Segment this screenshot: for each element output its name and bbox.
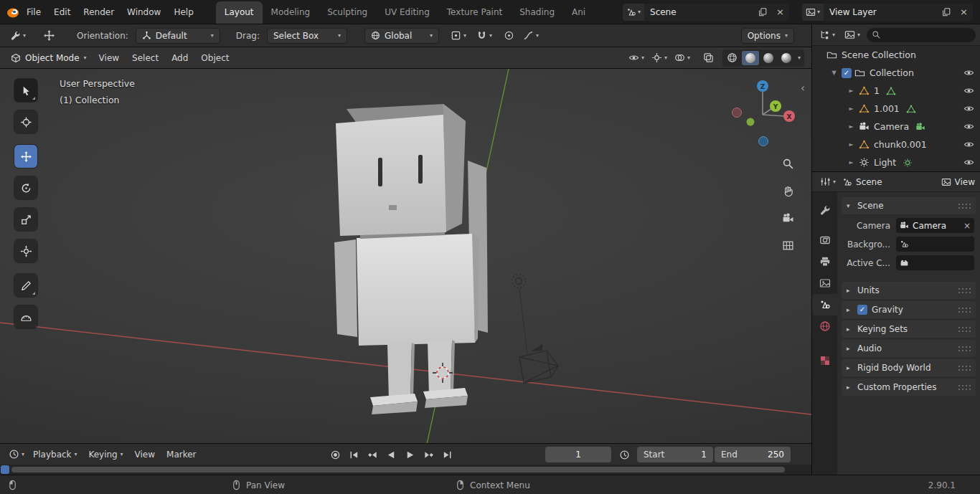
menu-window[interactable]: Window xyxy=(121,4,167,21)
gizmos-button[interactable]: ▾ xyxy=(649,51,670,65)
tool-move[interactable] xyxy=(14,145,37,168)
panel-drag-handle[interactable] xyxy=(958,327,971,332)
tab-sculpting[interactable]: Sculpting xyxy=(319,1,376,24)
expand-caret-icon[interactable]: ► xyxy=(847,105,856,112)
snap-toggle-button[interactable]: ▾ xyxy=(473,29,495,42)
background-scene-field[interactable] xyxy=(896,237,974,252)
play-button[interactable] xyxy=(401,447,419,462)
next-keyframe-button[interactable] xyxy=(420,447,438,462)
panel-drag-handle[interactable] xyxy=(958,308,971,313)
navigation-gizmo[interactable]: Z Y X xyxy=(732,80,796,146)
panel-drag-handle[interactable] xyxy=(958,288,971,293)
overlays-button[interactable]: ▾ xyxy=(672,51,693,65)
tool-measure[interactable] xyxy=(14,305,37,328)
pivot-point-button[interactable]: ▾ xyxy=(448,29,469,42)
outliner-row-camera[interactable]: ► Camera xyxy=(812,118,980,136)
outliner-row-mesh-1[interactable]: ► 1 xyxy=(812,82,980,100)
menu-edit[interactable]: Edit xyxy=(47,4,77,21)
tool-cursor[interactable] xyxy=(14,110,37,133)
gizmo-z-neg[interactable] xyxy=(759,137,768,146)
visibility-eye-icon[interactable] xyxy=(963,103,974,114)
menu-select[interactable]: Select xyxy=(126,50,164,66)
visibility-eye-icon[interactable] xyxy=(963,67,974,78)
panel-rigid-body-world[interactable]: ▸ Rigid Body World xyxy=(842,359,976,376)
jump-to-end-button[interactable] xyxy=(438,447,456,462)
outliner-row-mesh-1-001[interactable]: ► 1.001 xyxy=(812,100,980,118)
visibility-eye-icon[interactable] xyxy=(963,121,974,132)
panel-gravity[interactable]: ▸ ✓ Gravity xyxy=(842,301,976,318)
light-object[interactable] xyxy=(512,275,528,356)
preview-range-button[interactable] xyxy=(616,447,633,462)
menu-add[interactable]: Add xyxy=(166,50,194,66)
visibility-eye-icon[interactable] xyxy=(963,85,974,96)
panel-drag-handle[interactable] xyxy=(958,204,971,209)
outliner-row-light[interactable]: ► Light xyxy=(812,153,980,171)
proportional-falloff-button[interactable]: ▾ xyxy=(520,29,542,42)
menu-object[interactable]: Object xyxy=(195,50,235,66)
transform-orientation-dropdown[interactable]: Global ▾ xyxy=(364,28,439,44)
tab-texture-properties[interactable] xyxy=(812,350,837,371)
xray-toggle-button[interactable] xyxy=(700,51,717,65)
object-visibility-button[interactable]: ▾ xyxy=(626,51,647,65)
panel-audio[interactable]: ▸ Audio xyxy=(842,340,976,357)
menu-playback[interactable]: Playback ▾ xyxy=(27,446,83,463)
unlink-scene-button[interactable]: × xyxy=(771,6,789,17)
expand-caret-icon[interactable]: ► xyxy=(847,141,856,148)
panel-keying-sets[interactable]: ▸ Keying Sets xyxy=(842,320,976,338)
pan-button[interactable] xyxy=(779,182,796,199)
expand-caret-icon[interactable]: ► xyxy=(847,159,856,166)
shading-solid-button[interactable] xyxy=(742,51,759,65)
collection-checkbox[interactable]: ✓ xyxy=(842,68,852,78)
tab-view-layer-properties[interactable] xyxy=(812,272,837,294)
camera-object[interactable] xyxy=(519,344,558,383)
frame-end-field[interactable]: End 250 xyxy=(715,447,791,462)
shading-rendered-button[interactable] xyxy=(778,51,795,65)
clear-camera-button[interactable]: × xyxy=(963,221,971,231)
tool-rotate[interactable] xyxy=(14,176,37,199)
orientation-dropdown[interactable]: Default ▾ xyxy=(136,28,220,44)
sidebar-collapse-arrow[interactable]: ‹ xyxy=(801,82,805,95)
outliner-row-collection[interactable]: ▼ ✓ Collection xyxy=(812,64,980,82)
3d-viewport[interactable]: Z Y X User Perspective (1) Collection ‹ xyxy=(0,69,811,443)
zoom-button[interactable] xyxy=(779,155,796,172)
prev-keyframe-button[interactable] xyxy=(364,447,382,462)
tool-transform[interactable] xyxy=(14,239,37,262)
frame-start-field[interactable]: Start 1 xyxy=(637,447,713,462)
outliner-row-chunk0-001[interactable]: ► chunk0.001 xyxy=(812,136,980,153)
menu-file[interactable]: File xyxy=(20,4,47,21)
tab-render-properties[interactable] xyxy=(812,229,837,251)
new-view-layer-button[interactable] xyxy=(938,4,955,21)
menu-timeline-view[interactable]: View xyxy=(129,446,161,463)
expand-caret-icon[interactable]: ► xyxy=(847,123,856,130)
properties-editor-type-button[interactable]: ▾ xyxy=(817,175,839,189)
panel-drag-handle[interactable] xyxy=(958,385,971,390)
tool-select-box[interactable] xyxy=(14,79,37,102)
timeline-editor-type-button[interactable]: ▾ xyxy=(6,447,27,461)
gizmo-x-neg[interactable] xyxy=(732,108,742,118)
proportional-edit-button[interactable] xyxy=(501,29,517,42)
panel-drag-handle[interactable] xyxy=(958,346,971,351)
panel-drag-handle[interactable] xyxy=(958,366,971,371)
shading-wireframe-button[interactable] xyxy=(724,51,741,65)
tab-layout[interactable]: Layout xyxy=(216,1,263,24)
remove-view-layer-button[interactable]: × xyxy=(955,6,973,17)
tool-scale[interactable] xyxy=(14,208,37,231)
display-mode-button[interactable]: ▾ xyxy=(842,28,863,42)
tab-scene-properties[interactable] xyxy=(812,294,837,315)
shading-material-button[interactable] xyxy=(760,51,777,65)
playhead-marker[interactable] xyxy=(1,465,9,474)
editor-type-button[interactable]: ▾ xyxy=(7,29,29,42)
tab-modeling[interactable]: Modeling xyxy=(263,1,319,24)
visibility-eye-icon[interactable] xyxy=(963,139,974,150)
menu-keying[interactable]: Keying ▾ xyxy=(83,446,128,463)
outliner-search-input[interactable] xyxy=(867,28,976,42)
tab-uv-editing[interactable]: UV Editing xyxy=(376,1,438,24)
expand-caret-icon[interactable]: ► xyxy=(847,87,856,94)
active-clip-field[interactable] xyxy=(896,255,974,270)
record-button[interactable] xyxy=(326,447,344,462)
panel-scene[interactable]: ▾ Scene xyxy=(842,197,976,214)
tab-animation[interactable]: Ani xyxy=(563,1,594,24)
drag-dropdown[interactable]: Select Box ▾ xyxy=(267,28,347,44)
tab-tool-properties[interactable] xyxy=(812,199,837,221)
tab-shading[interactable]: Shading xyxy=(511,1,563,24)
